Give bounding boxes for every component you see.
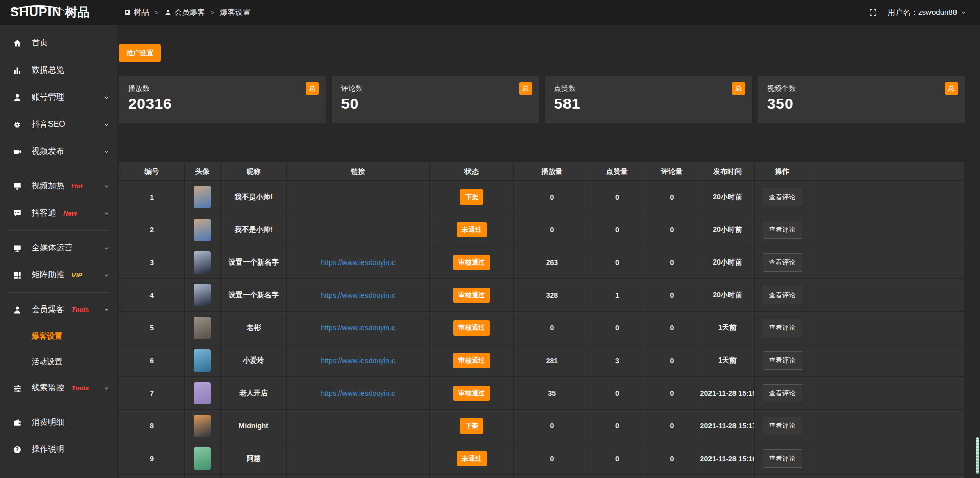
cell-avatar xyxy=(184,213,220,246)
table-row: 9阿慧未通过0002021-11-28 15:16查看评论 xyxy=(119,442,965,475)
breadcrumb-item[interactable]: 会员爆客 xyxy=(164,8,205,17)
avatar-sunset-city-sky xyxy=(194,251,211,274)
view-comments-button[interactable]: 查看评论 xyxy=(763,319,802,337)
cell-action: 查看评论 xyxy=(755,344,810,377)
logo-text-cn: 树品 xyxy=(65,4,89,20)
view-comments-button[interactable]: 查看评论 xyxy=(763,449,802,468)
table-row: 7老人开店https://www.iesdouyin.c审核通过35002021… xyxy=(119,377,965,410)
cell-comments: 0 xyxy=(644,344,700,377)
avatar-boy-portrait xyxy=(194,186,211,208)
brand-logo[interactable]: SHUPIN 树品 xyxy=(0,4,117,20)
sidebar-item-线索监控[interactable]: 线索监控Tools xyxy=(0,374,117,401)
total-badge: 总 xyxy=(519,82,532,95)
video-link[interactable]: https://www.iesdouyin.c xyxy=(321,258,396,267)
cell-status: 下架 xyxy=(429,410,514,442)
video-table-wrap: 编号头像昵称链接状态播放量点赞量评论量发布时间操作1我不是小帅!下架00020小… xyxy=(119,162,965,478)
cell-likes: 0 xyxy=(590,410,644,442)
cell-plays: 263 xyxy=(514,246,590,279)
sidebar-subitem-爆客设置[interactable]: 爆客设置 xyxy=(0,323,117,349)
cell-empty xyxy=(700,475,755,478)
scrollbar-thumb[interactable] xyxy=(976,437,979,474)
sidebar-item-label: 操作说明 xyxy=(32,444,64,455)
user-menu[interactable]: 用户名：zswodun88 xyxy=(888,8,967,17)
view-comments-button[interactable]: 查看评论 xyxy=(763,351,802,370)
column-header: 点赞量 xyxy=(590,162,644,181)
breadcrumb-label: 爆客设置 xyxy=(220,8,251,17)
sidebar-item-账号管理[interactable]: 账号管理 xyxy=(0,84,117,111)
sidebar-item-全媒体运营[interactable]: 全媒体运营 xyxy=(0,234,117,261)
cell-nickname: 设置一个新名字 xyxy=(220,246,286,279)
stat-card: 视频个数350总 xyxy=(758,76,965,123)
cell-number: 2 xyxy=(119,213,185,246)
cell-link xyxy=(286,410,429,442)
breadcrumb-label: 会员爆客 xyxy=(175,8,205,17)
video-link[interactable]: https://www.iesdouyin.c xyxy=(321,356,396,365)
total-badge: 总 xyxy=(732,82,745,95)
table-header-row: 编号头像昵称链接状态播放量点赞量评论量发布时间操作 xyxy=(119,162,965,181)
avatar-sea-sunset xyxy=(194,415,211,437)
total-badge: 总 xyxy=(945,82,958,95)
cell-avatar xyxy=(184,344,220,377)
cell-likes: 0 xyxy=(590,246,644,279)
cell-comments: 0 xyxy=(644,442,700,475)
cell-published: 1天前 xyxy=(700,344,755,377)
sidebar-item-视频加热[interactable]: 视频加热Hot xyxy=(0,173,117,200)
cell-action: 查看评论 xyxy=(755,279,810,312)
cell-nickname: 阿慧 xyxy=(220,442,286,475)
chevron-down-icon xyxy=(103,245,110,251)
cell-avatar xyxy=(184,410,220,442)
chart-icon xyxy=(13,66,23,75)
sidebar-item-矩阵助推[interactable]: 矩阵助推VIP xyxy=(0,261,117,289)
sidebar-item-操作说明[interactable]: ?操作说明 xyxy=(0,436,117,463)
sidebar-item-tag: VIP xyxy=(71,271,82,279)
cell-status: 审核通过 xyxy=(429,344,514,377)
cell-filler xyxy=(810,213,964,246)
cell-avatar xyxy=(184,279,220,312)
stat-card-value: 20316 xyxy=(128,95,316,112)
chevron-up-icon xyxy=(103,306,110,313)
sidebar-item-消费明细[interactable]: 消费明细 xyxy=(0,409,117,436)
wallet-icon xyxy=(13,418,23,427)
avatar-purple-cartoon-rabbit xyxy=(194,382,211,404)
cell-plays: 0 xyxy=(514,213,590,246)
cell-plays: 281 xyxy=(514,344,590,377)
sidebar-item-数据总览[interactable]: 数据总览 xyxy=(0,57,117,84)
cell-plays: 328 xyxy=(514,279,590,312)
cell-number: 5 xyxy=(119,312,185,344)
video-link[interactable]: https://www.iesdouyin.c xyxy=(321,389,396,397)
view-comments-button[interactable]: 查看评论 xyxy=(763,253,802,272)
view-comments-button[interactable]: 查看评论 xyxy=(763,417,802,435)
sidebar-item-首页[interactable]: 首页 xyxy=(0,30,117,57)
sidebar-item-label: 首页 xyxy=(32,38,48,49)
promo-settings-button[interactable]: 推广设置 xyxy=(119,44,161,62)
view-comments-button[interactable]: 查看评论 xyxy=(763,384,802,402)
sidebar-item-抖音SEO[interactable]: 抖音SEO xyxy=(0,111,117,138)
view-comments-button[interactable]: 查看评论 xyxy=(763,286,802,304)
sidebar-item-label: 视频加热 xyxy=(32,181,64,192)
status-badge: 审核通过 xyxy=(453,288,490,303)
sidebar-item-会员爆客[interactable]: 会员爆客Tools xyxy=(0,296,117,323)
view-comments-button[interactable]: 查看评论 xyxy=(763,221,802,239)
sidebar-item-label: 消费明细 xyxy=(32,417,64,428)
breadcrumb-item[interactable]: 树品 xyxy=(124,8,149,17)
sidebar-item-label: 抖音SEO xyxy=(32,119,65,130)
column-header: 评论量 xyxy=(644,162,700,181)
sidebar-subitem-活动设置[interactable]: 活动设置 xyxy=(0,349,117,374)
gear-icon xyxy=(13,120,23,129)
video-link[interactable]: https://www.iesdouyin.c xyxy=(321,291,396,299)
cell-filler xyxy=(810,181,964,213)
cell-nickname: Midnight xyxy=(220,410,286,442)
status-badge: 审核通过 xyxy=(453,320,490,336)
sidebar-item-抖客通[interactable]: 抖客通New xyxy=(0,200,117,227)
cell-comments: 0 xyxy=(644,312,700,344)
sidebar-item-视频发布[interactable]: 视频发布 xyxy=(0,138,117,165)
cell-empty xyxy=(755,475,810,478)
chevron-down-icon xyxy=(103,148,110,155)
view-comments-button[interactable]: 查看评论 xyxy=(763,188,802,206)
cell-number xyxy=(119,475,185,478)
topbar-right: 用户名：zswodun88 xyxy=(869,8,980,17)
video-link[interactable]: https://www.iesdouyin.c xyxy=(321,324,396,332)
cell-filler xyxy=(810,312,964,344)
stat-card-label: 视频个数 xyxy=(767,84,955,93)
fullscreen-icon[interactable] xyxy=(869,8,877,17)
